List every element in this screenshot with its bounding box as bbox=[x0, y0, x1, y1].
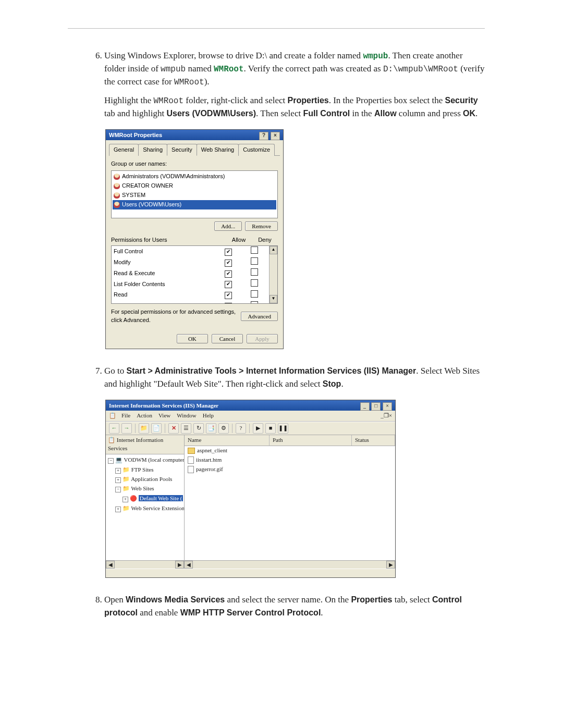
tree-node[interactable]: −📁 Web Sites +🔴 Default Web Site ( bbox=[115, 484, 184, 504]
scroll-up-icon[interactable]: ▲ bbox=[270, 246, 277, 254]
text: and select the server name. On the bbox=[225, 595, 351, 604]
separator bbox=[249, 424, 250, 433]
delete-button[interactable]: ✕ bbox=[168, 423, 179, 434]
expand-icon[interactable]: + bbox=[115, 507, 121, 512]
tab-general[interactable]: General bbox=[109, 144, 139, 156]
group-listbox[interactable]: Administrators (VODWM\Administrators) CR… bbox=[111, 170, 278, 218]
node-label: FTP Sites bbox=[131, 466, 154, 473]
collapse-icon[interactable]: − bbox=[108, 458, 114, 464]
tree-node[interactable]: +📁 FTP Sites bbox=[115, 465, 184, 475]
list-scrollbar[interactable]: ◀▶ bbox=[184, 560, 395, 569]
perm-name: Read & Execute bbox=[114, 269, 215, 278]
props-button[interactable]: 📄 bbox=[151, 423, 162, 434]
refresh-button[interactable]: ↻ bbox=[193, 423, 204, 434]
file-icon bbox=[188, 466, 194, 473]
tab-websharing[interactable]: Web Sharing bbox=[197, 144, 239, 156]
minimize-icon[interactable]: _ bbox=[360, 402, 370, 411]
menu-file[interactable]: File bbox=[121, 412, 130, 420]
group-item[interactable]: SYSTEM bbox=[113, 191, 276, 200]
text: ). bbox=[204, 77, 210, 87]
group-item[interactable]: Administrators (VODWM\Administrators) bbox=[113, 172, 276, 181]
perm-scrollbar[interactable]: ▲ ▼ bbox=[269, 246, 277, 303]
col-name[interactable]: Name bbox=[185, 435, 270, 446]
help-button[interactable]: ? bbox=[236, 423, 246, 434]
col-path[interactable]: Path bbox=[270, 435, 352, 446]
node-label: Application Pools bbox=[131, 476, 172, 482]
tab-customize[interactable]: Customize bbox=[238, 144, 275, 156]
help-icon[interactable]: ? bbox=[259, 132, 268, 140]
stop-button[interactable]: ■ bbox=[265, 423, 276, 434]
tool2-button[interactable]: ⚙ bbox=[218, 423, 229, 434]
scroll-left-icon[interactable]: ◀ bbox=[106, 561, 115, 569]
perm-name: Full Control bbox=[114, 248, 215, 256]
tree-root-label: Internet Information Services bbox=[108, 437, 163, 451]
list-body[interactable]: aspnet_client iisstart.htm pagerror.gif bbox=[185, 446, 395, 560]
remove-button[interactable]: Remove bbox=[245, 221, 278, 231]
close-icon[interactable]: × bbox=[271, 132, 280, 140]
node-label: Web Sites bbox=[131, 485, 154, 491]
deny-checkbox[interactable] bbox=[251, 268, 258, 276]
menu-window[interactable]: Window bbox=[177, 412, 196, 420]
deny-checkbox[interactable] bbox=[251, 279, 258, 287]
export-button[interactable]: 📑 bbox=[206, 423, 216, 434]
forward-button[interactable] bbox=[121, 423, 132, 434]
advanced-button[interactable]: Advanced bbox=[241, 312, 278, 321]
group-item-selected[interactable]: Users (VODWM\Users) bbox=[113, 200, 276, 209]
menu-help[interactable]: Help bbox=[203, 412, 214, 420]
deny-checkbox[interactable] bbox=[251, 257, 258, 265]
col-status[interactable]: Status bbox=[352, 435, 395, 446]
play-button[interactable]: ▶ bbox=[253, 423, 263, 434]
deny-checkbox[interactable] bbox=[251, 246, 258, 254]
scroll-left-icon[interactable]: ◀ bbox=[184, 561, 193, 569]
add-button[interactable]: Add... bbox=[214, 221, 242, 231]
apply-button[interactable]: Apply bbox=[247, 334, 278, 343]
tree-node[interactable]: −💻 VODWM (local computer) +📁 FTP Sites +… bbox=[108, 455, 184, 514]
allow-checkbox[interactable] bbox=[225, 303, 232, 304]
iis-titlebar: Internet Information Services (IIS) Mana… bbox=[106, 400, 395, 411]
close-icon[interactable]: × bbox=[383, 402, 392, 411]
bold: Stop bbox=[323, 379, 341, 388]
maximize-icon[interactable]: □ bbox=[371, 402, 381, 411]
allow-checkbox[interactable] bbox=[225, 281, 232, 288]
tab-security[interactable]: Security bbox=[167, 144, 197, 156]
tree-node[interactable]: +📁 Application Pools bbox=[115, 475, 184, 484]
list-item[interactable]: iisstart.htm bbox=[185, 455, 395, 465]
code-path: D:\wmpub\WMRoot bbox=[383, 65, 458, 74]
list-item[interactable]: aspnet_client bbox=[185, 446, 395, 455]
allow-checkbox[interactable] bbox=[225, 249, 232, 256]
collapse-icon[interactable]: − bbox=[115, 487, 121, 492]
scroll-down-icon[interactable]: ▼ bbox=[270, 295, 277, 303]
tree-node-selected[interactable]: +🔴 Default Web Site ( bbox=[123, 494, 184, 503]
deny-checkbox[interactable] bbox=[251, 301, 258, 304]
allow-checkbox[interactable] bbox=[225, 260, 232, 267]
tree-pane[interactable]: 📋 Internet Information Services −💻 VODWM… bbox=[106, 435, 185, 560]
menu-action[interactable]: Action bbox=[137, 412, 152, 420]
expand-icon[interactable]: + bbox=[115, 477, 121, 483]
tree-header: 📋 Internet Information Services bbox=[106, 435, 184, 454]
up-button[interactable]: 📁 bbox=[139, 423, 149, 434]
pause-button[interactable]: ❚❚ bbox=[278, 423, 288, 434]
scroll-right-icon[interactable]: ▶ bbox=[175, 561, 184, 569]
scroll-right-icon[interactable]: ▶ bbox=[386, 561, 395, 569]
deny-checkbox[interactable] bbox=[251, 290, 258, 298]
group-icon bbox=[114, 183, 120, 189]
allow-checkbox[interactable] bbox=[225, 270, 232, 278]
tool-button[interactable]: ☰ bbox=[181, 423, 191, 434]
sub-restore-icon[interactable]: ❐ bbox=[384, 412, 389, 420]
allow-checkbox[interactable] bbox=[225, 292, 232, 299]
col-deny: Deny bbox=[252, 236, 278, 244]
ok-button[interactable]: OK bbox=[177, 334, 208, 343]
back-button[interactable] bbox=[109, 423, 119, 434]
menu-view[interactable]: View bbox=[158, 412, 170, 420]
text: . Then select bbox=[256, 108, 303, 118]
group-item[interactable]: CREATOR OWNER bbox=[113, 181, 276, 191]
expand-icon[interactable]: + bbox=[115, 468, 121, 474]
tree-node[interactable]: +📁 Web Service Extension bbox=[115, 504, 184, 513]
tree-scrollbar[interactable]: ◀▶ bbox=[106, 560, 184, 569]
tab-sharing[interactable]: Sharing bbox=[138, 144, 167, 156]
expand-icon[interactable]: + bbox=[123, 497, 128, 502]
perm-name: Write bbox=[114, 302, 215, 304]
sub-close-icon[interactable]: × bbox=[389, 412, 392, 420]
list-item[interactable]: pagerror.gif bbox=[185, 465, 395, 474]
cancel-button[interactable]: Cancel bbox=[212, 334, 243, 343]
